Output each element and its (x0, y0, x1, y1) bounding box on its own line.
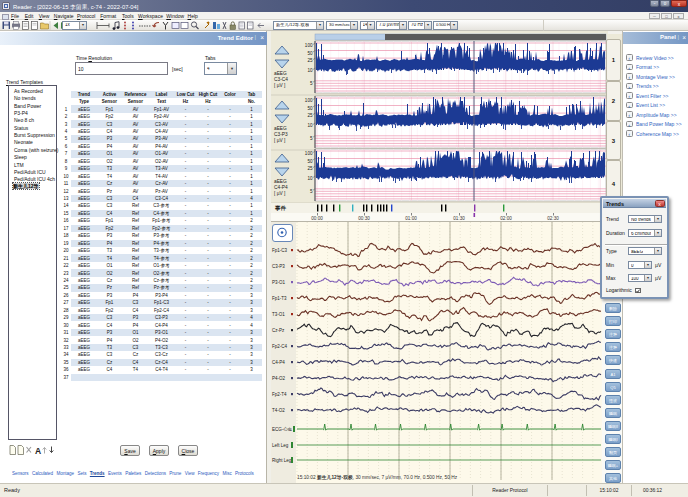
svg-text:A: A (35, 446, 41, 456)
svg-text:00:30: 00:30 (358, 216, 370, 221)
svg-text:P4-O2: P4-O2 (272, 376, 286, 381)
svg-text:P3-O1: P3-O1 (272, 280, 286, 285)
svg-text:Cz-Pz: Cz-Pz (272, 328, 285, 333)
svg-text:aEEG: aEEG (274, 71, 287, 76)
svg-text:00:00: 00:00 (311, 216, 323, 221)
svg-text:T4-O2: T4-O2 (272, 408, 285, 413)
svg-text:50: 50 (307, 106, 313, 111)
svg-text:C3-P3: C3-P3 (274, 132, 288, 137)
svg-text:C4-P4: C4-P4 (274, 185, 288, 190)
svg-text:5: 5 (310, 136, 313, 141)
svg-text:aEEG: aEEG (274, 179, 287, 184)
svg-text:100: 100 (305, 43, 313, 48)
svg-text:Fp2-T4: Fp2-T4 (272, 392, 287, 397)
svg-text:[ µV ]: [ µV ] (274, 191, 285, 196)
svg-text:01:00: 01:00 (405, 216, 417, 221)
svg-text:02:00: 02:00 (500, 216, 512, 221)
svg-text:ECG-心电: ECG-心电 (272, 426, 293, 432)
svg-text:Right Leg: Right Leg (272, 458, 292, 463)
svg-text:10: 10 (307, 176, 313, 181)
svg-text:5: 5 (310, 189, 313, 194)
svg-text:02:30: 02:30 (547, 216, 559, 221)
svg-text:5: 5 (310, 81, 313, 86)
svg-text:Fp1-T3: Fp1-T3 (272, 296, 287, 301)
svg-text:C3-C4: C3-C4 (274, 77, 288, 82)
svg-text:01:30: 01:30 (453, 216, 465, 221)
svg-text:[ µV ]: [ µV ] (274, 83, 285, 88)
svg-text:Fp1-C3: Fp1-C3 (272, 248, 288, 253)
svg-text:Left Leg: Left Leg (272, 443, 289, 448)
svg-text:25: 25 (307, 113, 313, 118)
svg-text:100: 100 (305, 98, 313, 103)
svg-text:[ µV ]: [ µV ] (274, 138, 285, 143)
svg-text:Fp2-C4: Fp2-C4 (272, 344, 288, 349)
svg-text:aEEG: aEEG (274, 126, 287, 131)
svg-text:10: 10 (307, 68, 313, 73)
svg-text:C4-P4: C4-P4 (272, 360, 285, 365)
svg-text:50: 50 (307, 51, 313, 56)
svg-text:10: 10 (307, 123, 313, 128)
svg-text:25: 25 (307, 58, 313, 63)
svg-text:25: 25 (307, 166, 313, 171)
svg-text:C3-P3: C3-P3 (272, 264, 285, 269)
svg-text:事件: 事件 (274, 205, 287, 212)
svg-text:T3-O1: T3-O1 (272, 312, 285, 317)
svg-text:100: 100 (305, 151, 313, 156)
svg-text:15:10:02 新生儿12导-双极, 30 mm/sec,: 15:10:02 新生儿12导-双极, 30 mm/sec, 7 µV/mm, … (297, 474, 458, 481)
svg-text:50: 50 (307, 159, 313, 164)
